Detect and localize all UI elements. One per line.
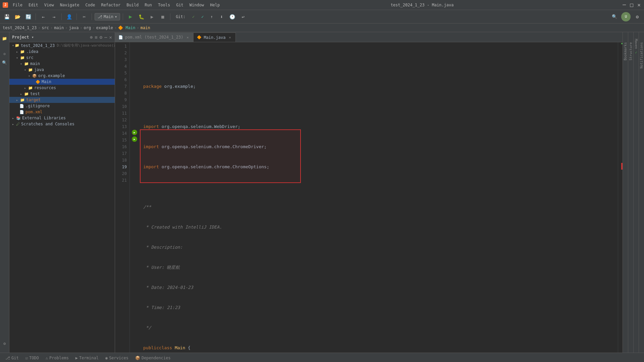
git-check-btn1[interactable]: ✓ [190, 13, 197, 20]
tree-resources[interactable]: 📁 resources [9, 85, 115, 91]
run-btn-15[interactable]: ▶ [132, 136, 137, 142]
resources-icon: 📁 [28, 86, 33, 90]
panel-close-btn[interactable]: ✕ [109, 35, 112, 40]
find-icon[interactable]: 🔍 [1, 59, 8, 66]
menu-build[interactable]: Build [124, 2, 141, 8]
tab-main-java[interactable]: 🔶 Main.java ✕ [194, 33, 236, 42]
global-search-button[interactable]: 🔍 [610, 12, 619, 21]
settings-button[interactable]: ⚙ [633, 12, 642, 21]
bookmarks-label[interactable]: Bookmarks [624, 42, 627, 60]
menu-window[interactable]: Window [187, 2, 207, 8]
breadcrumb-example[interactable]: example [96, 25, 113, 30]
menu-view[interactable]: View [42, 2, 57, 8]
tree-gitignore[interactable]: 📄 .gitignore [9, 103, 115, 109]
java-folder-name: java [34, 67, 44, 72]
terminal-icon: ▶ [75, 356, 78, 360]
code-line-10: * User: 晓星航 [143, 264, 618, 271]
menu-code[interactable]: Code [83, 2, 98, 8]
breadcrumb-main-method[interactable]: main [141, 25, 150, 30]
toolbar-sep-1 [36, 13, 36, 20]
panel-locate-btn[interactable]: ⊕ [90, 35, 93, 40]
menu-tools[interactable]: Tools [155, 2, 173, 8]
git-update-btn[interactable]: ⬇ [217, 12, 226, 21]
stop-button[interactable]: ■ [158, 12, 167, 21]
tree-test[interactable]: 📁 test [9, 91, 115, 97]
tree-org-example[interactable]: 📦 org.example [9, 73, 115, 79]
toolbar-refactor-btn[interactable]: ✂ [79, 12, 89, 21]
toolbar-sync-btn[interactable]: 🔄 [23, 12, 33, 21]
dependencies-btn[interactable]: 📦 Dependencies [132, 355, 173, 361]
git-push-btn[interactable]: ↑ [208, 13, 216, 20]
line-num-7: 7 [115, 83, 127, 90]
tree-main-java[interactable]: 🔶 Main [9, 79, 115, 85]
toolbar-sep-6 [170, 13, 170, 20]
root-folder-icon: 📁 [15, 43, 19, 48]
structure-label[interactable]: Structure [629, 42, 633, 60]
breadcrumb-main[interactable]: main [54, 25, 64, 30]
toolbar-sep-4 [92, 13, 92, 20]
tree-scratches[interactable]: 🖊 Scratches and Consoles [9, 121, 115, 127]
line-num-15: 15 [115, 137, 127, 143]
code-content[interactable]: package org.example; import org.openqa.s… [140, 42, 618, 353]
org-example-name: org.example [38, 73, 65, 78]
toolbar-back-btn[interactable]: ← [39, 12, 48, 21]
pom-tab-close[interactable]: ✕ [185, 35, 190, 40]
run-btn-14[interactable]: ▶ [132, 130, 137, 135]
breadcrumb-project[interactable]: test_2024_1_23 [3, 25, 37, 30]
branch-selector[interactable]: ⎇ Main ▾ [95, 13, 120, 20]
toolbar-user-btn[interactable]: 👤 [64, 12, 74, 21]
menu-file[interactable]: File [10, 2, 25, 8]
panel-collapse-btn[interactable]: ≡ [95, 35, 97, 40]
menu-edit[interactable]: Edit [26, 2, 41, 8]
breadcrumb-org[interactable]: org [84, 25, 91, 30]
panel-options-btn[interactable]: ⋯ [104, 35, 107, 40]
toolbar-save-btn[interactable]: 💾 [2, 12, 11, 21]
tree-target[interactable]: 📁 target [9, 97, 115, 103]
menu-run[interactable]: Run [142, 2, 155, 8]
todo-btn[interactable]: ☑ TODO [23, 355, 42, 361]
problems-btn[interactable]: ⚠ Problems [43, 355, 71, 361]
tree-root[interactable]: 📁 test_2024_1_23 D:\编程专用\java-warehouse(… [9, 42, 115, 49]
menu-help[interactable]: Help [207, 2, 222, 8]
breadcrumb-src[interactable]: src [42, 25, 49, 30]
panel-settings-btn[interactable]: ⚙ [100, 35, 102, 40]
tree-external-libs[interactable]: 📚 External Libraries [9, 115, 115, 121]
commit-icon[interactable]: ⊙ [1, 50, 8, 58]
breadcrumb-main-file[interactable]: 🔶 Main [118, 25, 135, 30]
menu-refactor[interactable]: Refactor [98, 2, 123, 8]
tree-main-folder[interactable]: 📁 main [9, 61, 115, 67]
minimize-button[interactable]: ─ [622, 3, 627, 7]
toolbar-open-btn[interactable]: 📂 [13, 12, 22, 21]
resources-name: resources [34, 85, 56, 90]
git-check-btn2[interactable]: ✓ [199, 13, 206, 20]
tree-java-folder[interactable]: 📁 java [9, 67, 115, 73]
target-arrow [16, 98, 19, 102]
tree-idea[interactable]: 📁 .idea [9, 49, 115, 55]
settings-side-icon[interactable]: ⚙ [1, 340, 8, 347]
main-tab-close[interactable]: ✕ [227, 35, 232, 40]
run-button[interactable]: ▶ [126, 12, 135, 21]
code-editor[interactable]: 1 2 3 4 5 6 7 8 9 10 11 12 13 14 15 16 1… [115, 42, 623, 353]
menu-navigate[interactable]: Navigate [57, 2, 82, 8]
git-bottom-btn[interactable]: ⎇ Git [3, 355, 21, 361]
debug-button[interactable]: 🐛 [137, 12, 146, 21]
tree-src[interactable]: 📁 src [9, 55, 115, 61]
project-icon[interactable]: 📁 [1, 35, 8, 42]
maven-label[interactable]: Maven [634, 39, 638, 49]
git-revert-btn[interactable]: ↩ [238, 12, 248, 21]
src-arrow [16, 56, 19, 60]
coverage-button[interactable]: ▶ [147, 12, 157, 21]
notifications-label[interactable]: Notifications [640, 42, 643, 68]
breadcrumb-java[interactable]: java [69, 25, 78, 30]
services-btn[interactable]: ◉ Services [103, 355, 131, 361]
tab-pom-xml[interactable]: 📄 pom.xml (test_2024_1_23) ✕ [115, 33, 194, 42]
line-num-21: 21 [115, 177, 127, 184]
menu-git[interactable]: Git [173, 2, 186, 8]
close-button[interactable]: ✕ [637, 3, 641, 7]
maximize-button[interactable]: □ [629, 3, 634, 7]
tree-pom-xml[interactable]: 📄 pom.xml [9, 109, 115, 115]
toolbar-forward-btn[interactable]: → [49, 12, 59, 21]
user-avatar-button[interactable]: U [621, 12, 631, 21]
terminal-btn[interactable]: ▶ Terminal [73, 355, 101, 361]
git-history-btn[interactable]: 🕐 [228, 12, 237, 21]
